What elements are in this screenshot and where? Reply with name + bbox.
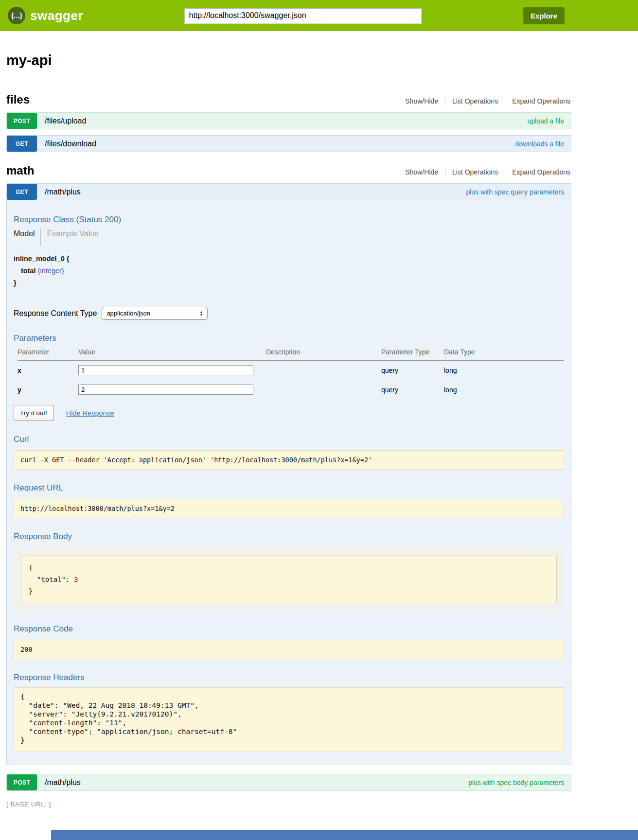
curl-command: curl -X GET --header 'Accept: applicatio…	[14, 450, 564, 470]
math-section-header: math Show/Hide List Operations Expand Op…	[6, 164, 571, 177]
model-close-brace: }	[14, 277, 564, 289]
swagger-logo: {…} swagger	[8, 7, 83, 24]
param-type: query	[381, 386, 444, 394]
tab-example-value[interactable]: Example Value	[41, 228, 99, 239]
try-it-out-button[interactable]: Try it out!	[14, 405, 53, 421]
response-class-heading: Response Class (Status 200)	[14, 215, 564, 225]
param-type: query	[381, 367, 444, 374]
json-key: "total":	[37, 576, 70, 583]
post-method-badge: POST	[7, 113, 37, 129]
parameters-table: Parameter Value Description Parameter Ty…	[14, 348, 564, 399]
op-summary-link[interactable]: plus with spec body parameters	[468, 779, 564, 787]
expand-operations-link[interactable]: Expand Operations	[505, 97, 571, 105]
request-url-value: http://localhost:3000/math/plus?x=1&y=2	[14, 499, 564, 518]
param-row-y: y query long	[18, 380, 564, 399]
tab-model[interactable]: Model	[14, 228, 40, 239]
show-hide-link[interactable]: Show/Hide	[398, 168, 445, 176]
model-schema: inline_model_0 { total (integer) }	[14, 253, 564, 289]
files-section-controls: Show/Hide List Operations Expand Operati…	[398, 97, 571, 105]
spec-url-input[interactable]	[184, 8, 422, 23]
model-name: inline_model_0 {	[14, 253, 564, 265]
response-code-heading: Response Code	[14, 624, 564, 634]
math-section-controls: Show/Hide List Operations Expand Operati…	[398, 168, 571, 176]
request-url-heading: Request URL	[14, 483, 564, 493]
param-y-input[interactable]	[78, 385, 253, 395]
swagger-logo-icon: {…}	[8, 7, 25, 24]
api-title: my-api	[6, 52, 571, 69]
op-path[interactable]: /files/upload	[45, 117, 86, 125]
list-operations-link[interactable]: List Operations	[445, 168, 505, 176]
select-arrows-icon: ▲▼	[199, 311, 203, 316]
operation-detail-panel: Response Class (Status 200) Model Exampl…	[6, 200, 571, 765]
base-url-label: [ BASE URL: ]	[6, 801, 638, 808]
model-property-type: (integer)	[38, 267, 64, 275]
list-operations-link[interactable]: List Operations	[445, 97, 505, 105]
parameters-table-header: Parameter Value Description Parameter Ty…	[18, 348, 564, 361]
op-row-math-plus-post[interactable]: POST /math/plus plus with spec body para…	[6, 774, 571, 791]
response-body-heading: Response Body	[14, 532, 564, 542]
op-path[interactable]: /math/plus	[45, 188, 81, 196]
response-body-json: { "total": 3 }	[21, 556, 557, 603]
op-row-files-upload[interactable]: POST /files/upload upload a file	[6, 112, 571, 129]
op-summary-link[interactable]: downloads a file	[515, 140, 564, 148]
post-method-badge: POST	[7, 774, 37, 790]
files-section-title[interactable]: files	[6, 93, 30, 106]
response-headers-heading: Response Headers	[14, 673, 564, 682]
parameters-heading: Parameters	[14, 333, 564, 343]
header-bar: {…} swagger Explore	[0, 0, 638, 31]
get-method-badge: GET	[7, 136, 37, 152]
op-row-math-plus-get[interactable]: GET /math/plus plus with spec query para…	[6, 183, 571, 200]
col-value: Value	[78, 348, 266, 356]
json-value: 3	[74, 576, 78, 583]
json-open-brace: {	[29, 562, 549, 574]
op-summary-link[interactable]: upload a file	[527, 117, 564, 125]
op-path[interactable]: /math/plus	[45, 778, 81, 787]
param-name: x	[18, 367, 78, 374]
model-property-name: total	[21, 267, 36, 275]
show-hide-link[interactable]: Show/Hide	[398, 97, 445, 105]
param-x-input[interactable]	[78, 365, 253, 375]
curl-heading: Curl	[14, 435, 564, 444]
model-tabs: Model Example Value	[14, 228, 564, 246]
col-data-type: Data Type	[444, 348, 564, 356]
brand-title: swagger	[30, 8, 83, 23]
json-close-brace: }	[29, 585, 549, 597]
param-data-type: long	[444, 386, 564, 394]
hide-response-link[interactable]: Hide Response	[66, 409, 114, 417]
explore-button[interactable]: Explore	[523, 7, 565, 24]
select-value: application/json	[106, 310, 150, 317]
param-name: y	[18, 386, 78, 394]
get-method-badge: GET	[7, 184, 37, 200]
response-code-value: 200	[14, 640, 564, 659]
bottom-message-bar	[51, 830, 638, 840]
col-parameter: Parameter	[18, 348, 78, 356]
math-section-title[interactable]: math	[6, 164, 34, 177]
op-summary-link[interactable]: plus with spec query parameters	[466, 188, 564, 196]
response-content-type-label: Response Content Type	[14, 309, 97, 318]
param-data-type: long	[444, 367, 564, 374]
response-headers-json: { "date": "Wed, 22 Aug 2018 18:49:13 GMT…	[14, 687, 564, 752]
col-parameter-type: Parameter Type	[381, 348, 444, 356]
op-row-files-download[interactable]: GET /files/download downloads a file	[6, 135, 571, 152]
expand-operations-link[interactable]: Expand Operations	[505, 168, 571, 176]
files-section-header: files Show/Hide List Operations Expand O…	[6, 93, 571, 106]
response-body-container: { "total": 3 }	[14, 548, 564, 611]
response-content-type-select[interactable]: application/json ▲▼	[102, 307, 208, 320]
op-path[interactable]: /files/download	[45, 140, 96, 148]
param-row-x: x query long	[18, 361, 564, 380]
col-description: Description	[266, 348, 381, 356]
